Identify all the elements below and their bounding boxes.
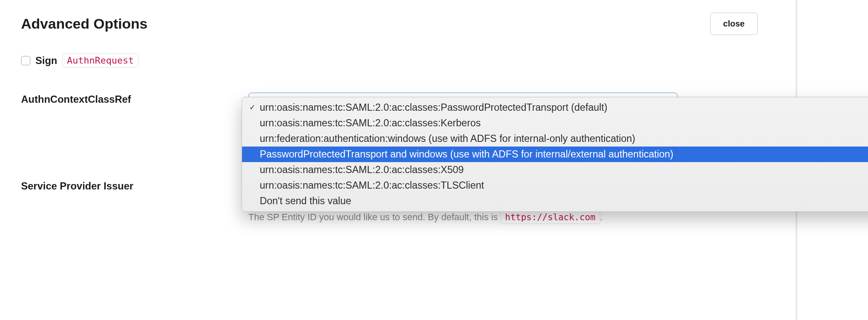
authncontextclassref-dropdown[interactable]: ✓urn:oasis:names:tc:SAML:2.0:ac:classes:… xyxy=(242,97,868,212)
section-heading: Advanced Options xyxy=(21,16,147,32)
authn-option-label: PasswordProtectedTransport and windows (… xyxy=(260,147,674,161)
sign-label: Sign xyxy=(35,55,57,67)
authn-option-label: Don't send this value xyxy=(260,194,351,208)
authn-option-label: urn:oasis:names:tc:SAML:2.0:ac:classes:X… xyxy=(260,163,464,177)
close-button[interactable]: close xyxy=(710,13,758,35)
authn-option[interactable]: Don't send this value xyxy=(242,193,868,209)
authn-option[interactable]: urn:federation:authentication:windows (u… xyxy=(242,131,868,147)
sp-issuer-help-suffix: . xyxy=(600,212,603,222)
authn-option[interactable]: urn:oasis:names:tc:SAML:2.0:ac:classes:K… xyxy=(242,115,868,131)
authn-option[interactable]: urn:oasis:names:tc:SAML:2.0:ac:classes:X… xyxy=(242,162,868,178)
sp-issuer-help-text: The SP Entity ID you would like us to se… xyxy=(248,212,501,222)
service-provider-issuer-label: Service Provider Issuer xyxy=(21,180,133,192)
authn-option[interactable]: urn:oasis:names:tc:SAML:2.0:ac:classes:T… xyxy=(242,178,868,193)
authncontextclassref-label: AuthnContextClassRef xyxy=(21,93,131,105)
sp-issuer-default-code: https://slack.com xyxy=(501,211,600,224)
authn-option-label: urn:oasis:names:tc:SAML:2.0:ac:classes:T… xyxy=(260,179,484,192)
authn-option-label: urn:oasis:names:tc:SAML:2.0:ac:classes:P… xyxy=(260,101,607,115)
authn-option-label: urn:oasis:names:tc:SAML:2.0:ac:classes:K… xyxy=(260,116,481,130)
authn-option[interactable]: ✓urn:oasis:names:tc:SAML:2.0:ac:classes:… xyxy=(242,100,868,115)
authn-option-label: urn:federation:authentication:windows (u… xyxy=(260,132,635,146)
authn-option[interactable]: PasswordProtectedTransport and windows (… xyxy=(242,147,868,162)
checkmark-icon: ✓ xyxy=(248,101,256,115)
sign-authnrequest-checkbox[interactable] xyxy=(21,56,30,65)
authnrequest-pill: AuthnRequest xyxy=(62,53,138,67)
